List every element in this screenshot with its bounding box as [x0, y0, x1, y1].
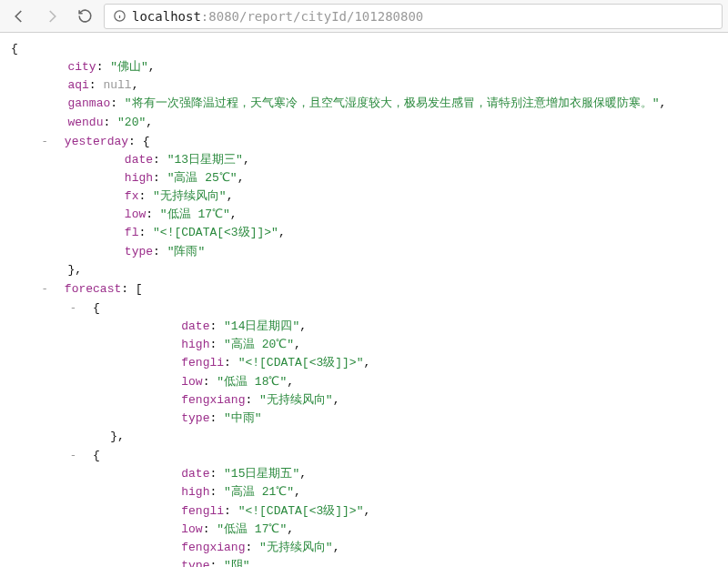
forward-button[interactable] [39, 4, 65, 29]
site-info-icon[interactable] [112, 9, 126, 24]
back-button[interactable] [6, 4, 32, 29]
browser-toolbar: localhost:8080/report/cityId/101280800 [0, 0, 728, 33]
collapse-toggle[interactable]: - [67, 299, 78, 317]
json-viewer: { city: "佛山", aqi: null, ganmao: "将有一次强降… [0, 33, 728, 567]
address-bar[interactable]: localhost:8080/report/cityId/101280800 [104, 4, 723, 29]
collapse-toggle[interactable]: - [67, 446, 78, 464]
reload-button[interactable] [72, 4, 97, 29]
collapse-toggle[interactable]: - [39, 279, 50, 298]
collapse-toggle[interactable]: - [39, 132, 50, 150]
url-text: localhost:8080/report/cityId/101280800 [132, 9, 423, 24]
